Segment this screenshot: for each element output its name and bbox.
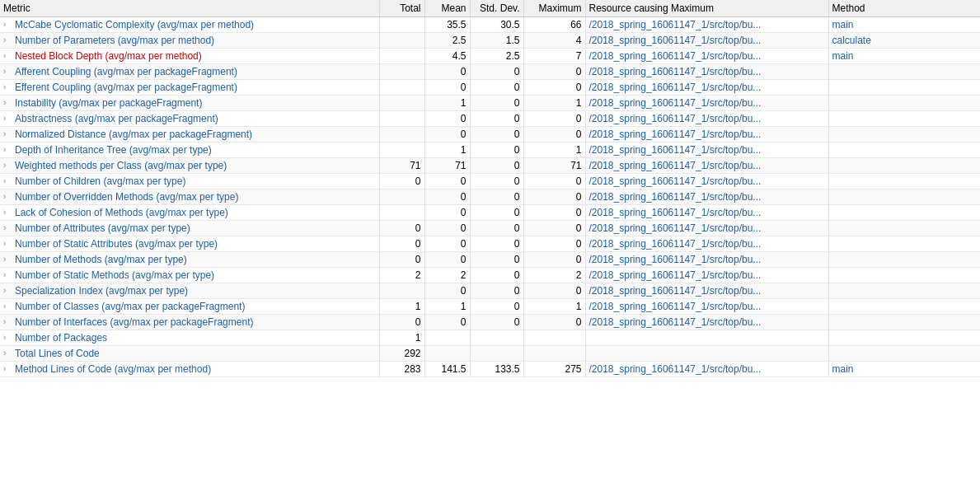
- cell-resource[interactable]: /2018_spring_16061147_1/src/top/bu...: [585, 143, 828, 158]
- cell-method: [828, 205, 980, 221]
- cell-resource[interactable]: [585, 346, 828, 362]
- cell-total: 2: [379, 268, 424, 283]
- metric-name[interactable]: Number of Packages: [15, 332, 107, 344]
- cell-resource[interactable]: /2018_spring_16061147_1/src/top/bu...: [585, 158, 828, 174]
- expand-icon[interactable]: ›: [3, 255, 13, 264]
- cell-resource[interactable]: /2018_spring_16061147_1/src/top/bu...: [585, 362, 828, 377]
- metric-name[interactable]: McCabe Cyclomatic Complexity (avg/max pe…: [15, 19, 254, 30]
- cell-resource[interactable]: /2018_spring_16061147_1/src/top/bu...: [585, 268, 828, 283]
- expand-icon[interactable]: ›: [3, 82, 13, 92]
- metric-name[interactable]: Method Lines of Code (avg/max per method…: [15, 363, 211, 375]
- expand-icon[interactable]: ›: [3, 129, 13, 139]
- cell-resource[interactable]: [585, 330, 828, 346]
- cell-resource[interactable]: /2018_spring_16061147_1/src/top/bu...: [585, 283, 828, 299]
- metric-name[interactable]: Number of Static Methods (avg/max per ty…: [15, 269, 214, 281]
- expand-icon[interactable]: ›: [3, 176, 13, 186]
- cell-method: [828, 268, 980, 283]
- table-row: ›Total Lines of Code292: [0, 346, 980, 362]
- metric-name[interactable]: Number of Classes (avg/max per packageFr…: [15, 301, 245, 312]
- cell-maximum: 0: [523, 236, 585, 252]
- cell-maximum: 0: [523, 174, 585, 189]
- metric-name[interactable]: Normalized Distance (avg/max per package…: [15, 129, 252, 140]
- cell-total: [379, 205, 424, 221]
- cell-resource[interactable]: /2018_spring_16061147_1/src/top/bu...: [585, 80, 828, 96]
- cell-resource[interactable]: /2018_spring_16061147_1/src/top/bu...: [585, 174, 828, 189]
- expand-icon[interactable]: ›: [3, 302, 13, 311]
- metric-name[interactable]: Number of Attributes (avg/max per type): [15, 222, 190, 234]
- table-row: ›McCabe Cyclomatic Complexity (avg/max p…: [0, 17, 980, 33]
- metric-name[interactable]: Depth of Inheritance Tree (avg/max per t…: [15, 144, 212, 156]
- metric-td: ›Number of Classes (avg/max per packageF…: [0, 299, 379, 315]
- expand-icon[interactable]: ›: [3, 51, 13, 61]
- expand-icon[interactable]: ›: [3, 20, 13, 30]
- table-row: ›Specialization Index (avg/max per type)…: [0, 283, 980, 299]
- cell-resource[interactable]: /2018_spring_16061147_1/src/top/bu...: [585, 96, 828, 111]
- cell-resource[interactable]: /2018_spring_16061147_1/src/top/bu...: [585, 64, 828, 80]
- metric-name[interactable]: Number of Interfaces (avg/max per packag…: [15, 316, 253, 328]
- cell-resource[interactable]: /2018_spring_16061147_1/src/top/bu...: [585, 49, 828, 64]
- expand-icon[interactable]: ›: [3, 145, 13, 155]
- cell-resource[interactable]: /2018_spring_16061147_1/src/top/bu...: [585, 315, 828, 330]
- metric-name[interactable]: Number of Overridden Methods (avg/max pe…: [15, 191, 238, 203]
- expand-icon[interactable]: ›: [3, 161, 13, 171]
- cell-total: 71: [379, 158, 424, 174]
- metric-name[interactable]: Total Lines of Code: [15, 348, 100, 359]
- table-row: ›Depth of Inheritance Tree (avg/max per …: [0, 143, 980, 158]
- cell-resource[interactable]: /2018_spring_16061147_1/src/top/bu...: [585, 221, 828, 236]
- cell-total: 1: [379, 330, 424, 346]
- metric-name[interactable]: Specialization Index (avg/max per type): [15, 285, 188, 297]
- cell-method: [828, 96, 980, 111]
- cell-mean: 1: [424, 96, 470, 111]
- cell-resource[interactable]: /2018_spring_16061147_1/src/top/bu...: [585, 33, 828, 49]
- metric-name[interactable]: Weighted methods per Class (avg/max per …: [15, 160, 227, 171]
- cell-mean: 0: [424, 127, 470, 143]
- cell-resource[interactable]: /2018_spring_16061147_1/src/top/bu...: [585, 17, 828, 33]
- cell-resource[interactable]: /2018_spring_16061147_1/src/top/bu...: [585, 299, 828, 315]
- cell-method: [828, 252, 980, 268]
- metric-td: ›Total Lines of Code: [0, 346, 379, 362]
- metric-td: ›Instability (avg/max per packageFragmen…: [0, 96, 379, 111]
- cell-resource[interactable]: /2018_spring_16061147_1/src/top/bu...: [585, 189, 828, 205]
- metric-name[interactable]: Number of Parameters (avg/max per method…: [15, 35, 214, 46]
- expand-icon[interactable]: ›: [3, 114, 13, 124]
- expand-icon[interactable]: ›: [3, 364, 13, 374]
- cell-method: [828, 283, 980, 299]
- cell-resource[interactable]: /2018_spring_16061147_1/src/top/bu...: [585, 127, 828, 143]
- cell-stddev: 0: [470, 158, 523, 174]
- expand-icon[interactable]: ›: [3, 348, 13, 358]
- expand-icon[interactable]: ›: [3, 333, 13, 343]
- expand-icon[interactable]: ›: [3, 192, 13, 202]
- metric-name[interactable]: Afferent Coupling (avg/max per packageFr…: [15, 66, 237, 77]
- expand-icon[interactable]: ›: [3, 223, 13, 233]
- cell-resource[interactable]: /2018_spring_16061147_1/src/top/bu...: [585, 111, 828, 127]
- metric-name[interactable]: Nested Block Depth (avg/max per method): [15, 50, 202, 62]
- cell-resource[interactable]: /2018_spring_16061147_1/src/top/bu...: [585, 236, 828, 252]
- expand-icon[interactable]: ›: [3, 98, 13, 108]
- metric-name[interactable]: Number of Methods (avg/max per type): [15, 254, 187, 265]
- expand-icon[interactable]: ›: [3, 67, 13, 77]
- cell-resource[interactable]: /2018_spring_16061147_1/src/top/bu...: [585, 205, 828, 221]
- cell-resource[interactable]: /2018_spring_16061147_1/src/top/bu...: [585, 252, 828, 268]
- metric-name[interactable]: Lack of Cohesion of Methods (avg/max per…: [15, 207, 228, 218]
- expand-icon[interactable]: ›: [3, 317, 13, 327]
- expand-icon[interactable]: ›: [3, 35, 13, 45]
- cell-mean: 1: [424, 143, 470, 158]
- expand-icon[interactable]: ›: [3, 270, 13, 280]
- cell-mean: [424, 346, 470, 362]
- table-row: ›Number of Static Methods (avg/max per t…: [0, 268, 980, 283]
- table-row: ›Normalized Distance (avg/max per packag…: [0, 127, 980, 143]
- metric-name[interactable]: Number of Static Attributes (avg/max per…: [15, 238, 218, 250]
- cell-method: [828, 346, 980, 362]
- metric-name[interactable]: Number of Children (avg/max per type): [15, 175, 185, 187]
- metric-td: ›Efferent Coupling (avg/max per packageF…: [0, 80, 379, 96]
- cell-stddev: [470, 330, 523, 346]
- metric-name[interactable]: Abstractness (avg/max per packageFragmen…: [15, 113, 218, 124]
- metric-name[interactable]: Instability (avg/max per packageFragment…: [15, 97, 202, 109]
- expand-icon[interactable]: ›: [3, 208, 13, 217]
- cell-maximum: [523, 330, 585, 346]
- cell-maximum: 0: [523, 205, 585, 221]
- expand-icon[interactable]: ›: [3, 286, 13, 296]
- metric-name[interactable]: Efferent Coupling (avg/max per packageFr…: [15, 82, 237, 93]
- expand-icon[interactable]: ›: [3, 239, 13, 249]
- cell-stddev: 0: [470, 236, 523, 252]
